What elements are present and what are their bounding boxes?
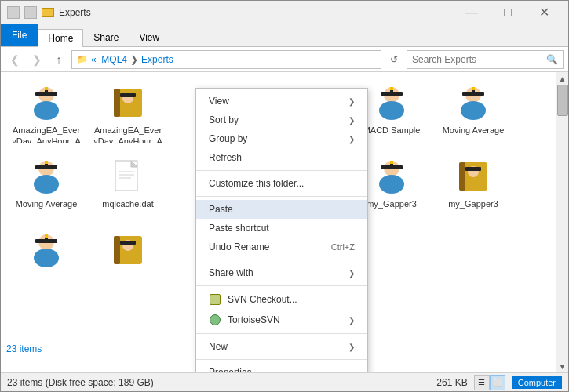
back-button[interactable]: ❮: [5, 50, 24, 69]
tab-file[interactable]: File: [1, 24, 38, 46]
close-button[interactable]: ✕: [526, 1, 562, 24]
ctx-svn-checkout[interactable]: SVN Checkout...: [196, 289, 367, 310]
svg-point-23: [34, 175, 59, 194]
title-bar: Experts — □ ✕: [1, 1, 568, 24]
file-icon-book: [109, 84, 147, 122]
ctx-tortoise-svn[interactable]: TortoiseSVN ❯: [196, 310, 367, 330]
tortoise-svn-icon: [209, 314, 221, 326]
ctx-sort-by[interactable]: Sort by ❯: [196, 111, 367, 129]
file-name: AmazingEA_EveryDay_AnyHour_AnyMM_CloseAl…: [93, 125, 163, 143]
svg-rect-3: [45, 87, 48, 90]
svg-rect-22: [45, 161, 48, 164]
ctx-new[interactable]: New ❯: [196, 337, 367, 356]
scroll-down-button[interactable]: ▼: [556, 360, 568, 372]
ctx-properties[interactable]: Properties: [196, 363, 367, 372]
list-item[interactable]: AmazingEA_EveryDay_AnyHour_AnyMM_CloseAl…: [89, 78, 167, 149]
ctx-paste-label: Paste: [209, 204, 233, 215]
ctx-undo-rename[interactable]: Undo Rename Ctrl+Z: [196, 238, 367, 256]
ctx-divider-1: [196, 170, 367, 171]
ctx-share-label: Share with: [209, 267, 253, 278]
view-details-button[interactable]: ☰: [474, 375, 490, 390]
title-bar-icon1: [7, 6, 20, 19]
ctx-refresh[interactable]: Refresh: [196, 148, 367, 167]
title-bar-left: Experts: [7, 6, 91, 19]
maximize-button[interactable]: □: [490, 1, 526, 24]
ctx-divider-3: [196, 260, 367, 260]
computer-badge: Computer: [512, 376, 562, 389]
breadcrumb-home-icon: 📁: [77, 54, 88, 64]
ctx-tortoise-label: TortoiseSVN: [228, 314, 280, 325]
scroll-track[interactable]: [556, 85, 568, 360]
list-item[interactable]: [7, 226, 86, 296]
refresh-button[interactable]: ↺: [385, 50, 403, 69]
ctx-paste[interactable]: Paste: [196, 200, 367, 219]
folder-icon: [42, 8, 54, 17]
ctx-group-by[interactable]: Group by ❯: [196, 129, 367, 148]
svg-rect-42: [45, 234, 48, 238]
ctx-new-arrow: ❯: [348, 343, 355, 351]
svg-rect-36: [459, 162, 465, 191]
breadcrumb-experts[interactable]: Experts: [141, 54, 173, 65]
minimize-button[interactable]: —: [454, 1, 490, 24]
search-icon: 🔍: [546, 54, 558, 65]
svg-rect-17: [472, 87, 475, 90]
ctx-paste-shortcut[interactable]: Paste shortcut: [196, 219, 367, 238]
list-item[interactable]: [89, 226, 167, 296]
svg-rect-8: [120, 93, 136, 97]
tab-view[interactable]: View: [129, 28, 170, 46]
list-item[interactable]: my_Gapper3: [434, 152, 512, 223]
file-icon-book3: [109, 231, 147, 269]
list-item[interactable]: mqlcache.dat: [89, 152, 167, 223]
file-name: MACD Sample: [363, 125, 421, 136]
file-name: my_Gapper3: [367, 198, 417, 209]
svg-point-34: [379, 175, 404, 194]
scroll-thumb[interactable]: [557, 85, 568, 116]
scrollbar[interactable]: ▲ ▼: [556, 72, 568, 372]
tab-home[interactable]: Home: [38, 29, 83, 47]
ctx-divider-5: [196, 333, 367, 334]
context-menu: View ❯ Sort by ❯ Group by ❯ Refresh Cust…: [195, 88, 368, 372]
ctx-share-with[interactable]: Share with ❯: [196, 263, 367, 282]
item-count-label: 23 items: [6, 343, 42, 354]
ctx-refresh-label: Refresh: [209, 152, 242, 163]
ctx-tortoise-arrow: ❯: [348, 316, 355, 325]
svg-rect-47: [120, 241, 136, 245]
file-icon-person: [27, 84, 65, 122]
list-item[interactable]: Moving Average: [434, 78, 512, 149]
up-button[interactable]: ↑: [49, 50, 68, 69]
view-large-icons-button[interactable]: ⬜: [490, 375, 505, 390]
explorer-window: Experts — □ ✕ File Home Share View ❮ ❯ ↑…: [0, 0, 569, 392]
ribbon-tabs: File Home Share View: [1, 24, 568, 46]
title-controls: — □ ✕: [454, 1, 562, 24]
svn-checkout-icon: [209, 293, 221, 306]
list-item[interactable]: AmazingEA_EveryDay_AnyHour_AnyMM_CloseAl…: [7, 78, 86, 149]
ctx-paste-shortcut-label: Paste shortcut: [209, 223, 269, 234]
scroll-up-button[interactable]: ▲: [556, 72, 568, 85]
status-right: 261 KB ☰ ⬜ Computer: [436, 375, 562, 390]
file-name: AmazingEA_EveryDay_AnyHour_AnyMM_CloseAl…: [11, 125, 82, 143]
file-icon-doc: [109, 158, 147, 195]
window-title: Experts: [59, 7, 91, 18]
ctx-customize[interactable]: Customize this folder...: [196, 174, 367, 193]
svg-point-43: [34, 249, 59, 267]
file-icon-person: [27, 158, 65, 195]
computer-label: Computer: [518, 378, 556, 387]
forward-button[interactable]: ❯: [27, 50, 46, 69]
ctx-view-label: View: [209, 96, 229, 107]
tab-share[interactable]: Share: [83, 28, 129, 46]
breadcrumb-sep1: ❯: [130, 54, 138, 65]
ctx-view[interactable]: View ❯: [196, 92, 367, 111]
search-input[interactable]: [412, 54, 546, 65]
file-icon-person: [454, 84, 492, 122]
search-box[interactable]: 🔍: [407, 50, 564, 69]
ctx-undo-label: Undo Rename: [209, 241, 269, 252]
ctx-divider-2: [196, 196, 367, 197]
ctx-view-arrow: ❯: [348, 97, 355, 106]
item-count-overlay: 23 items: [6, 343, 42, 354]
toolbar: ❮ ❯ ↑ 📁 « MQL4 ❯ Experts ↺ 🔍: [1, 47, 568, 72]
file-icon-person3: [27, 231, 65, 269]
list-item[interactable]: Moving Average: [7, 152, 86, 223]
address-bar[interactable]: 📁 « MQL4 ❯ Experts: [71, 50, 381, 69]
breadcrumb-mql4[interactable]: « MQL4: [91, 54, 127, 65]
ctx-new-label: New: [209, 341, 228, 352]
